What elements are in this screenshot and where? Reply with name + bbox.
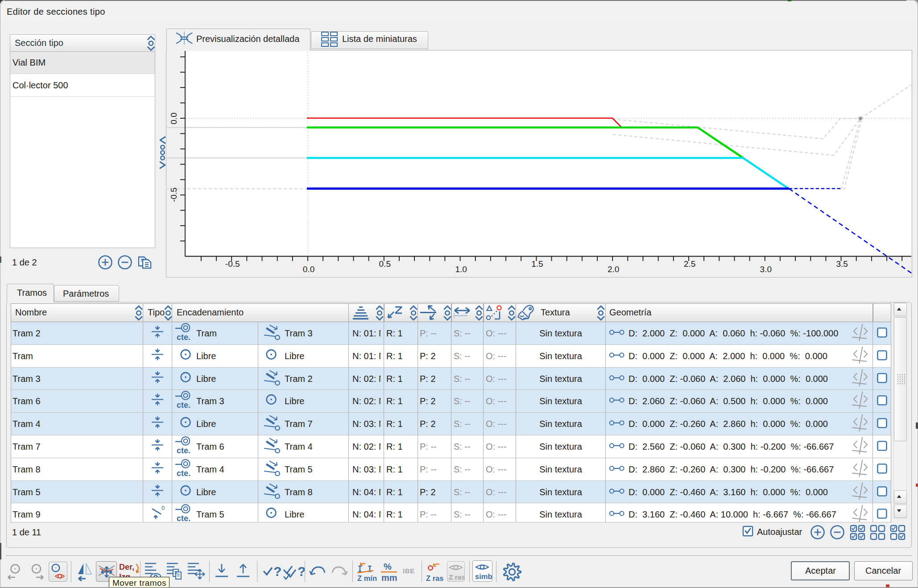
svg-text:cte.: cte. bbox=[177, 333, 190, 342]
svg-text:%: % bbox=[384, 562, 392, 571]
svg-text:mm: mm bbox=[381, 573, 397, 583]
svg-text:2.0: 2.0 bbox=[608, 265, 619, 274]
svg-text:Der,: Der, bbox=[119, 563, 134, 571]
svg-text:0.0: 0.0 bbox=[169, 112, 178, 124]
svg-text:-0.5: -0.5 bbox=[225, 259, 240, 269]
svg-text:0.5: 0.5 bbox=[379, 259, 391, 269]
svg-text:?: ? bbox=[273, 564, 281, 579]
svg-text:2.5: 2.5 bbox=[684, 259, 695, 269]
svg-text:cte.: cte. bbox=[177, 446, 190, 455]
svg-text:0.0: 0.0 bbox=[303, 265, 314, 274]
svg-text:3.5: 3.5 bbox=[836, 259, 848, 269]
svg-text:1.5: 1.5 bbox=[531, 259, 543, 269]
svg-text:Z mín: Z mín bbox=[357, 574, 377, 582]
svg-text:simb: simb bbox=[475, 572, 492, 580]
svg-text:0: 0 bbox=[161, 505, 165, 512]
svg-text:Z ras: Z ras bbox=[449, 573, 464, 581]
svg-text:1.0: 1.0 bbox=[455, 265, 467, 274]
svg-text:cte.: cte. bbox=[177, 469, 190, 478]
svg-text:3.0: 3.0 bbox=[760, 265, 772, 274]
svg-text:cte.: cte. bbox=[177, 401, 190, 410]
svg-text:Z ras: Z ras bbox=[426, 574, 443, 582]
svg-text:cte.: cte. bbox=[177, 514, 190, 523]
svg-text:-0.5: -0.5 bbox=[169, 187, 178, 202]
